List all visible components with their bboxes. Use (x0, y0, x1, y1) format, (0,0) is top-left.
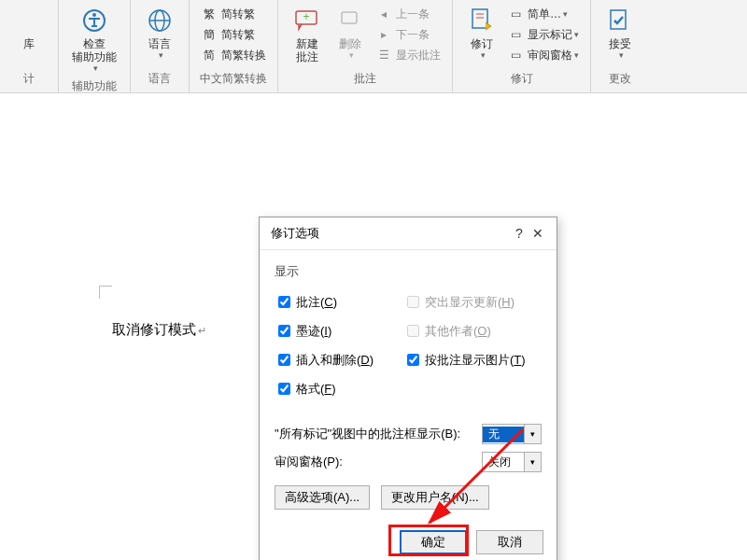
chevron-down-icon: ▾ (93, 63, 98, 73)
ribbon-group-partial: 库 计 (0, 0, 59, 92)
checkbox-comments[interactable]: 批注(C) (275, 293, 337, 311)
close-button[interactable]: ✕ (529, 226, 547, 241)
chevron-down-icon: ▾ (349, 50, 354, 60)
balloon-label: "所有标记"视图中的批注框显示(B): (275, 426, 482, 442)
svg-rect-7 (342, 12, 357, 23)
svg-rect-11 (611, 10, 626, 29)
change-username-button[interactable]: 更改用户名(N)... (381, 485, 489, 510)
show-comments-icon: ☰ (375, 47, 392, 63)
ribbon: 库 计 检查 辅助功能 ▾ 辅助功能 语言 ▾ 语言 繁简转繁 簡简转繁 (0, 0, 747, 93)
checkbox-highlight-updates: 突出显示更新(H) (403, 293, 514, 311)
pane-label: 审阅窗格(P): (275, 454, 482, 470)
markup-mode-select[interactable]: ▭简单…▾ (507, 6, 579, 22)
next-icon: ▸ (375, 26, 392, 43)
svg-text:+: + (303, 10, 309, 23)
svg-point-1 (92, 13, 96, 17)
chinese-convert-button[interactable]: 简简繁转换 (201, 47, 266, 63)
track-changes-button[interactable]: 修订 ▾ (460, 4, 503, 62)
ribbon-group-accessibility: 检查 辅助功能 ▾ 辅助功能 (59, 0, 131, 92)
checkbox-ins-del[interactable]: 插入和删除(D) (275, 351, 374, 369)
paragraph-mark-icon: ↵ (198, 325, 206, 336)
svg-rect-8 (472, 9, 487, 28)
advanced-options-button[interactable]: 高级选项(A)... (275, 485, 370, 510)
ribbon-group-track: 修订 ▾ ▭简单…▾ ▭显示标记▾ ▭审阅窗格▾ 修订 (453, 0, 591, 92)
simp-to-trad-button[interactable]: 繁简转繁 (201, 6, 266, 22)
accessibility-icon (79, 6, 109, 35)
section-display: 显示 (275, 263, 542, 280)
pane-icon: ▭ (507, 47, 524, 63)
convert-icon: 繁 (201, 6, 218, 22)
balloon-select[interactable]: 无▾ (482, 424, 542, 444)
ribbon-group-comments: + 新建 批注 删除 ▾ ◂上一条 ▸下一条 ☰显示批注 批注 (278, 0, 453, 92)
doc-icon: ▭ (507, 6, 524, 22)
chevron-down-icon: ▾ (159, 50, 163, 60)
dialog-titlebar: 修订选项 ? ✕ (260, 217, 557, 250)
convert-icon: 简 (201, 47, 218, 63)
next-comment-button[interactable]: ▸下一条 (375, 26, 441, 43)
chevron-down-icon: ▾ (481, 50, 486, 60)
check-accessibility-button[interactable]: 检查 辅助功能 ▾ (66, 4, 122, 75)
language-icon (145, 6, 175, 35)
dialog-title: 修订选项 (271, 225, 510, 242)
convert-icon: 簡 (201, 26, 218, 43)
page-corner (99, 286, 112, 299)
show-markup-button[interactable]: ▭显示标记▾ (507, 26, 579, 43)
reviewing-pane-button[interactable]: ▭审阅窗格▾ (507, 47, 579, 63)
track-icon (467, 6, 497, 35)
cancel-button[interactable]: 取消 (476, 530, 543, 554)
chevron-down-icon: ▾ (524, 425, 541, 443)
track-options-dialog: 修订选项 ? ✕ 显示 批注(C) 突出显示更新(H) 墨迹(I) 其他作者(O… (259, 217, 557, 560)
delete-comment-button[interactable]: 删除 ▾ (329, 4, 372, 62)
checkbox-ink[interactable]: 墨迹(I) (275, 322, 331, 340)
delete-icon (335, 6, 365, 35)
ribbon-group-changes: 接受 ▾ 更改 (591, 0, 649, 92)
markup-icon: ▭ (507, 26, 524, 43)
ribbon-group-language: 语言 ▾ 语言 (131, 0, 190, 92)
chevron-down-icon: ▾ (619, 50, 624, 60)
ribbon-group-chinese: 繁简转繁 簡简转繁 简简繁转换 中文简繁转换 (190, 0, 278, 92)
language-button[interactable]: 语言 ▾ (138, 4, 181, 62)
document-text: 取消修订模式↵ (112, 321, 206, 339)
partial-btn[interactable]: 库 (7, 4, 50, 52)
comment-icon: + (292, 6, 322, 35)
pane-select[interactable]: 关闭▾ (482, 452, 542, 472)
checkbox-other-authors: 其他作者(O) (403, 322, 491, 340)
prev-comment-button[interactable]: ◂上一条 (375, 6, 441, 22)
ok-button[interactable]: 确定 (400, 530, 467, 554)
checkbox-pictures[interactable]: 按批注显示图片(T) (403, 351, 526, 369)
trad-to-simp-button[interactable]: 簡简转繁 (201, 26, 266, 43)
chevron-down-icon: ▾ (524, 453, 541, 471)
help-button[interactable]: ? (510, 226, 529, 241)
accept-button[interactable]: 接受 ▾ (599, 4, 641, 62)
new-comment-button[interactable]: + 新建 批注 (286, 4, 329, 65)
checkbox-format[interactable]: 格式(F) (275, 380, 542, 398)
show-comments-button[interactable]: ☰显示批注 (375, 47, 441, 63)
prev-icon: ◂ (375, 6, 392, 22)
accept-icon (605, 6, 635, 35)
